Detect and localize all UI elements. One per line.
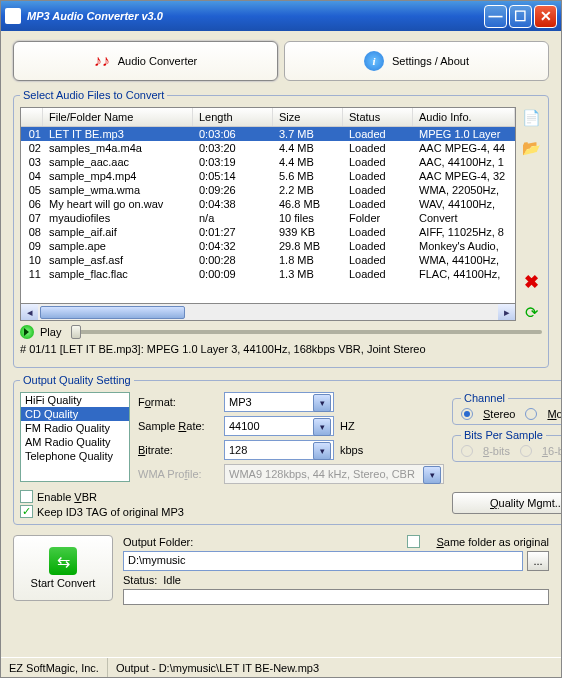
- output-folder-label: Output Folder:: [123, 536, 193, 548]
- samplerate-unit: HZ: [340, 420, 355, 432]
- col-name[interactable]: File/Folder Name: [43, 108, 193, 126]
- table-row[interactable]: 07myaudiofilesn/a10 filesFolderConvert: [21, 211, 515, 225]
- status-bar: EZ SoftMagic, Inc. Output - D:\mymusic\L…: [1, 657, 561, 677]
- status-value: Idle: [163, 574, 181, 586]
- table-row[interactable]: 11sample_flac.flac0:00:091.3 MBLoadedFLA…: [21, 267, 515, 281]
- mono-label[interactable]: Mono: [547, 408, 562, 420]
- remove-icon[interactable]: ✖: [522, 273, 540, 291]
- bits-legend: Bits Per Sample: [461, 429, 546, 441]
- list-item[interactable]: FM Radio Quality: [21, 421, 129, 435]
- table-row[interactable]: 04sample_mp4.mp40:05:145.6 MBLoadedAAC M…: [21, 169, 515, 183]
- channel-group: Channel Stereo Mono: [452, 392, 562, 425]
- files-section: Select Audio Files to Convert File/Folde…: [13, 89, 549, 368]
- status-label: Status:: [123, 574, 157, 586]
- settings-about-button[interactable]: i Settings / About: [284, 41, 549, 81]
- same-folder-label[interactable]: Same folder as original: [436, 536, 549, 548]
- convert-icon: ⇆: [49, 547, 77, 575]
- list-item[interactable]: AM Radio Quality: [21, 435, 129, 449]
- list-item[interactable]: HiFi Quality: [21, 393, 129, 407]
- add-file-icon[interactable]: 📄: [522, 109, 540, 127]
- maximize-button[interactable]: ☐: [509, 5, 532, 28]
- settings-about-label: Settings / About: [392, 55, 469, 67]
- id3-label[interactable]: Keep ID3 TAG of original MP3: [37, 506, 184, 518]
- progress-bar: [123, 589, 549, 605]
- scroll-right-icon[interactable]: ▸: [498, 304, 515, 320]
- bitrate-unit: kbps: [340, 444, 363, 456]
- titlebar: MP3 Audio Converter v3.0 — ☐ ✕: [1, 1, 561, 31]
- bits16-label: 16-bits: [542, 445, 562, 457]
- table-row[interactable]: 09sample.ape0:04:3229.8 MBLoadedMonkey's…: [21, 239, 515, 253]
- close-button[interactable]: ✕: [534, 5, 557, 28]
- col-info[interactable]: Audio Info.: [413, 108, 515, 126]
- table-row[interactable]: 03sample_aac.aac0:03:194.4 MBLoadedAAC, …: [21, 155, 515, 169]
- slider-thumb[interactable]: [71, 325, 81, 339]
- quality-mgmt-button[interactable]: Quality Mgmt...: [452, 492, 562, 514]
- files-legend: Select Audio Files to Convert: [20, 89, 167, 101]
- file-table[interactable]: File/Folder Name Length Size Status Audi…: [20, 107, 516, 304]
- channel-legend: Channel: [461, 392, 508, 404]
- samplerate-label: Sample Rate:: [138, 420, 218, 432]
- table-row[interactable]: 01LET IT BE.mp30:03:063.7 MBLoadedMPEG 1…: [21, 127, 515, 141]
- now-playing: # 01/11 [LET IT BE.mp3]: MPEG 1.0 Layer …: [20, 343, 542, 355]
- samplerate-select[interactable]: 44100: [224, 416, 334, 436]
- main-toolbar: ♪♪ Audio Converter i Settings / About: [13, 41, 549, 81]
- start-convert-button[interactable]: ⇆ Start Convert: [13, 535, 113, 601]
- status-company: EZ SoftMagic, Inc.: [1, 658, 107, 677]
- col-status[interactable]: Status: [343, 108, 413, 126]
- audio-converter-label: Audio Converter: [118, 55, 198, 67]
- bits8-radio: [461, 445, 473, 457]
- stereo-radio[interactable]: [461, 408, 473, 420]
- wma-label: WMA Profile:: [138, 468, 218, 480]
- bitrate-select[interactable]: 128: [224, 440, 334, 460]
- mono-radio[interactable]: [525, 408, 537, 420]
- info-icon: i: [364, 51, 384, 71]
- col-length[interactable]: Length: [193, 108, 273, 126]
- scroll-left-icon[interactable]: ◂: [21, 304, 38, 320]
- audio-converter-button[interactable]: ♪♪ Audio Converter: [13, 41, 278, 81]
- bits16-radio: [520, 445, 532, 457]
- format-label: Format:: [138, 396, 218, 408]
- status-output: Output - D:\mymusic\LET IT BE-New.mp3: [107, 658, 561, 677]
- play-slider[interactable]: [71, 330, 542, 334]
- id3-checkbox[interactable]: [20, 505, 33, 518]
- col-size[interactable]: Size: [273, 108, 343, 126]
- vbr-checkbox[interactable]: [20, 490, 33, 503]
- music-note-icon: ♪♪: [94, 52, 110, 70]
- table-row[interactable]: 02samples_m4a.m4a0:03:204.4 MBLoadedAAC …: [21, 141, 515, 155]
- play-label: Play: [40, 326, 61, 338]
- bits-group: Bits Per Sample 8-bits 16-bits: [452, 429, 562, 462]
- same-folder-checkbox[interactable]: [407, 535, 420, 548]
- bits8-label: 8-bits: [483, 445, 510, 457]
- scroll-thumb[interactable]: [40, 306, 185, 319]
- table-row[interactable]: 08sample_aif.aif0:01:27939 KBLoadedAIFF,…: [21, 225, 515, 239]
- output-legend: Output Quality Setting: [20, 374, 134, 386]
- list-item[interactable]: CD Quality: [21, 407, 129, 421]
- vbr-label[interactable]: Enable VBR: [37, 491, 97, 503]
- play-icon[interactable]: [20, 325, 34, 339]
- format-select[interactable]: MP3: [224, 392, 334, 412]
- window-title: MP3 Audio Converter v3.0: [27, 10, 482, 22]
- convert-label: Start Convert: [31, 577, 96, 589]
- table-header: File/Folder Name Length Size Status Audi…: [21, 108, 515, 127]
- stereo-label[interactable]: Stereo: [483, 408, 515, 420]
- add-folder-icon[interactable]: 📂: [522, 139, 540, 157]
- output-folder-input[interactable]: D:\mymusic: [123, 551, 523, 571]
- minimize-button[interactable]: —: [484, 5, 507, 28]
- bitrate-label: Bitrate:: [138, 444, 218, 456]
- output-section: Output Quality Setting HiFi QualityCD Qu…: [13, 374, 562, 525]
- wma-select: WMA9 128kbps, 44 kHz, Stereo, CBR: [224, 464, 444, 484]
- list-item[interactable]: Telephone Quality: [21, 449, 129, 463]
- table-row[interactable]: 06My heart will go on.wav0:04:3846.8 MBL…: [21, 197, 515, 211]
- app-icon: [5, 8, 21, 24]
- refresh-icon[interactable]: ⟳: [522, 303, 540, 321]
- browse-button[interactable]: ...: [527, 551, 549, 571]
- quality-preset-list[interactable]: HiFi QualityCD QualityFM Radio QualityAM…: [20, 392, 130, 482]
- table-row[interactable]: 05sample_wma.wma0:09:262.2 MBLoadedWMA, …: [21, 183, 515, 197]
- table-row[interactable]: 10sample_asf.asf0:00:281.8 MBLoadedWMA, …: [21, 253, 515, 267]
- horizontal-scrollbar[interactable]: ◂ ▸: [20, 304, 516, 321]
